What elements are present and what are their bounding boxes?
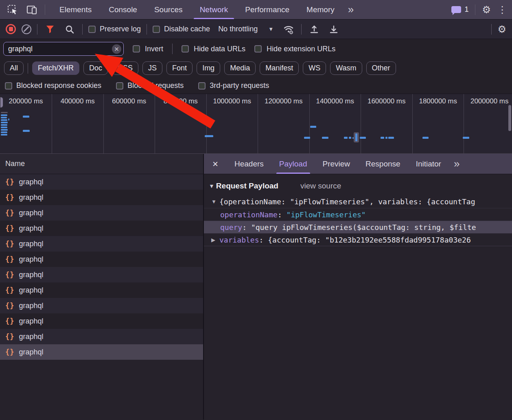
divider — [475, 4, 475, 15]
record-network-log-icon[interactable] — [6, 24, 16, 34]
table-row[interactable]: {}graphql — [0, 252, 203, 267]
clear-network-log-icon[interactable] — [22, 24, 31, 34]
invert-checkbox[interactable]: Invert — [133, 45, 163, 53]
tab-memory[interactable]: Memory — [298, 0, 343, 19]
waterfall-bar — [349, 137, 351, 139]
table-row[interactable]: {}graphql — [0, 267, 203, 282]
payload-row-operationname[interactable]: operationName: "ipFlowTimeseries" — [204, 208, 512, 221]
export-har-icon[interactable] — [327, 22, 341, 36]
table-row[interactable]: {}graphql — [0, 221, 203, 236]
overview-scrollbar-thumb[interactable] — [508, 105, 511, 131]
tab-elements[interactable]: Elements — [51, 0, 100, 19]
disable-cache-checkbox[interactable]: Disable cache — [153, 25, 210, 33]
waterfall-bar — [422, 137, 429, 139]
payload-section-title: Request Payload — [216, 182, 278, 190]
import-har-icon[interactable] — [307, 22, 321, 36]
chip-doc[interactable]: Doc — [83, 61, 108, 75]
tab-payload[interactable]: Payload — [271, 154, 315, 174]
waterfall-bar — [1, 114, 7, 116]
chip-font[interactable]: Font — [166, 61, 193, 75]
tab-console[interactable]: Console — [100, 0, 146, 19]
json-file-icon: {} — [5, 193, 14, 201]
table-row[interactable]: {}graphql — [0, 205, 203, 221]
table-row[interactable]: {}graphql — [0, 174, 203, 190]
checkbox-box — [182, 45, 189, 52]
tab-network[interactable]: Network — [191, 0, 237, 19]
table-row[interactable]: {}graphql — [0, 329, 203, 344]
blocked-response-cookies-checkbox[interactable]: Blocked response cookies — [5, 81, 101, 90]
chevron-down-icon: ▼ — [268, 26, 274, 32]
chip-css[interactable]: CSS — [112, 61, 138, 75]
hide-data-urls-label: Hide data URLs — [194, 45, 245, 53]
network-settings-gear-icon[interactable]: ⚙ — [497, 24, 506, 34]
request-name: graphql — [19, 224, 43, 233]
table-row[interactable]: {}graphql — [0, 298, 203, 313]
name-column-header[interactable]: Name — [0, 154, 203, 174]
view-source-link[interactable]: view source — [300, 182, 341, 190]
payload-row-query-selected[interactable]: query: "query ipFlowTimeseries($accountT… — [204, 221, 512, 233]
chip-media[interactable]: Media — [224, 61, 256, 75]
request-name: graphql — [19, 302, 43, 310]
collapsed-caret-icon[interactable]: ▶ — [211, 237, 219, 243]
filter-funnel-icon[interactable] — [43, 22, 57, 36]
chip-ws[interactable]: WS — [303, 61, 326, 75]
chip-img[interactable]: Img — [197, 61, 220, 75]
hide-data-urls-checkbox[interactable]: Hide data URLs — [182, 45, 245, 53]
request-list-panel: Name {}graphql {}graphql {}graphql {}gra… — [0, 154, 204, 420]
kebab-menu-icon[interactable]: ⋮ — [497, 5, 507, 15]
table-row[interactable]: {}graphql — [0, 313, 203, 329]
tab-initiator[interactable]: Initiator — [408, 154, 449, 174]
filter-input[interactable] — [3, 42, 124, 56]
device-toolbar-icon[interactable] — [25, 3, 39, 17]
chip-fetch-xhr[interactable]: Fetch/XHR — [32, 61, 79, 75]
divider — [82, 24, 83, 35]
close-icon[interactable]: × — [204, 158, 227, 170]
section-expand-caret-icon[interactable]: ▼ — [209, 183, 214, 189]
request-rows: {}graphql {}graphql {}graphql {}graphql … — [0, 174, 203, 360]
chip-all[interactable]: All — [4, 61, 24, 75]
checkbox-box — [116, 82, 123, 90]
table-row[interactable]: {}graphql — [0, 236, 203, 252]
payload-root-row[interactable]: ▼ {operationName: "ipFlowTimeseries", va… — [204, 195, 512, 208]
waterfall-bar — [381, 137, 384, 139]
waterfall-bar — [304, 137, 310, 139]
hide-extension-urls-checkbox[interactable]: Hide extension URLs — [254, 45, 335, 53]
search-icon[interactable] — [63, 22, 77, 36]
overview-timeline[interactable]: 200000 ms400000 ms600000 ms800000 ms1000… — [0, 94, 512, 154]
divider — [172, 44, 173, 54]
preserve-log-checkbox[interactable]: Preserve log — [88, 25, 141, 33]
network-conditions-icon[interactable] — [282, 22, 295, 36]
tab-performance[interactable]: Performance — [236, 0, 298, 19]
third-party-requests-checkbox[interactable]: 3rd-party requests — [198, 81, 269, 90]
json-file-icon: {} — [5, 255, 14, 263]
inspect-element-icon[interactable] — [6, 3, 20, 17]
payload-row-variables[interactable]: ▶ variables: {accountTag: "b12e3b2192ee5… — [204, 233, 512, 246]
waterfall-bar — [23, 130, 30, 132]
blocked-requests-checkbox[interactable]: Blocked requests — [116, 81, 184, 90]
settings-gear-icon[interactable]: ⚙ — [482, 5, 491, 15]
table-row[interactable]: {}graphql — [0, 282, 203, 298]
waterfall-bar — [385, 137, 387, 139]
more-detail-tabs-icon[interactable]: » — [449, 158, 464, 170]
json-file-icon: {} — [5, 240, 14, 248]
overview-left-scroll-thumb[interactable] — [0, 97, 3, 108]
waterfall-bar — [1, 134, 7, 136]
chip-manifest[interactable]: Manifest — [260, 61, 299, 75]
more-tabs-icon[interactable]: » — [343, 3, 358, 16]
tab-headers[interactable]: Headers — [227, 154, 271, 174]
waterfall-bar — [1, 127, 7, 128]
expanded-caret-icon[interactable]: ▼ — [211, 199, 219, 205]
issues-counter[interactable]: 1 — [451, 5, 468, 14]
table-row[interactable]: {}graphql — [0, 190, 203, 205]
blocked-response-cookies-label: Blocked response cookies — [16, 81, 101, 90]
clear-filter-icon[interactable]: ✕ — [112, 44, 121, 54]
tab-response[interactable]: Response — [358, 154, 408, 174]
waterfall-bar — [388, 137, 394, 139]
chip-js[interactable]: JS — [142, 61, 162, 75]
throttling-select[interactable]: No throttling ▼ — [216, 25, 276, 33]
table-row-selected[interactable]: {}graphql — [0, 344, 203, 360]
tab-sources[interactable]: Sources — [146, 0, 191, 19]
tab-preview[interactable]: Preview — [315, 154, 358, 174]
chip-other[interactable]: Other — [366, 61, 396, 75]
chip-wasm[interactable]: Wasm — [330, 61, 362, 75]
